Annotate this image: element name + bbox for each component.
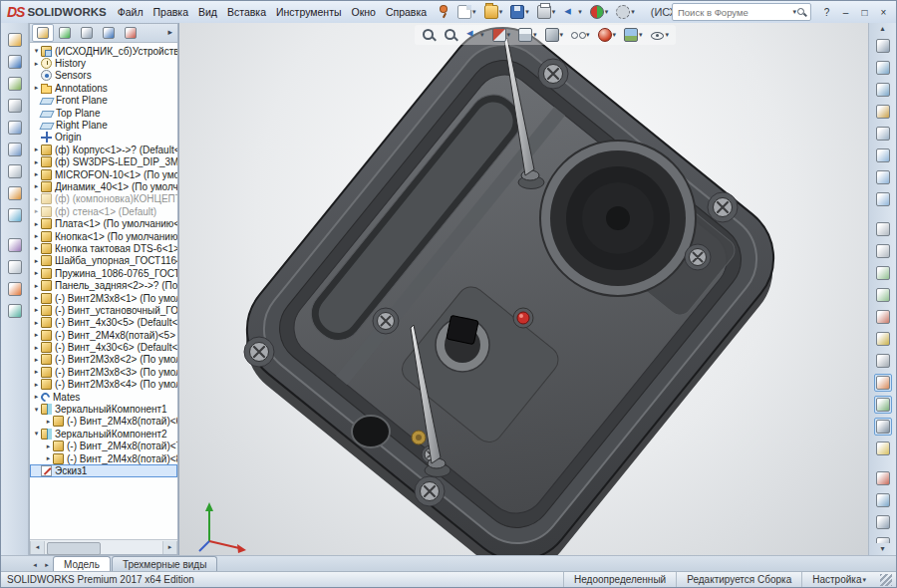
tree-item[interactable]: ▸(-) Винт_4х30<6> (Default<<Default>_Сос… — [30, 341, 177, 353]
expand-arrow-icon[interactable]: ▸ — [32, 368, 41, 376]
tree-item[interactable]: Right Plane — [30, 119, 177, 131]
speaker[interactable] — [540, 141, 696, 296]
expand-arrow-icon[interactable]: ▸ — [44, 418, 53, 426]
interference-detection-icon[interactable] — [6, 302, 24, 320]
minimize-button[interactable]: – — [836, 4, 855, 21]
doc-tab-model[interactable]: Модель — [53, 556, 111, 571]
menu-item-6[interactable]: Справка — [381, 4, 432, 20]
undo-icon[interactable]: ▾ — [561, 3, 584, 21]
bill-of-materials-icon[interactable] — [6, 258, 24, 276]
expand-arrow-icon[interactable]: ▸ — [32, 146, 41, 153]
insert-components-icon[interactable] — [6, 31, 24, 49]
expand-arrow-icon[interactable]: ▸ — [32, 257, 41, 265]
toolbar-scroll-down-icon[interactable]: ▾ — [869, 543, 896, 555]
expand-arrow-icon[interactable]: ▸ — [44, 442, 53, 450]
move-component-icon[interactable] — [6, 119, 24, 137]
pan-view-icon[interactable] — [874, 125, 892, 143]
scene-tool-icon[interactable] — [874, 396, 892, 414]
mate-icon[interactable] — [6, 53, 24, 71]
scrollbar-track[interactable] — [45, 541, 162, 554]
appearance-tool-icon[interactable] — [874, 374, 892, 392]
hide-show-items-icon[interactable]: ▾ — [569, 26, 592, 44]
plane-tool-icon[interactable] — [874, 491, 892, 509]
new-motion-study-icon[interactable] — [6, 236, 24, 254]
screw[interactable] — [415, 476, 445, 506]
maximize-button[interactable]: □ — [855, 4, 874, 21]
tree-item[interactable]: ▾ЗеркальныйКомпонент1 — [30, 403, 177, 415]
expand-arrow-icon[interactable]: ▸ — [32, 269, 41, 277]
apply-scene-icon[interactable]: ▾ — [622, 26, 645, 44]
tree-item[interactable]: ▸Плата<1> (По умолчанию<<По умолчан — [30, 217, 177, 229]
screw[interactable] — [244, 337, 274, 367]
print-icon[interactable]: ▾ — [535, 3, 558, 21]
tree-item[interactable]: ▸Динамик_40<1> (По умолчанию<<По ум — [30, 180, 177, 192]
search-icon[interactable] — [796, 7, 807, 18]
section-view-tool-icon[interactable] — [874, 308, 892, 326]
tab-scroll-left-icon[interactable]: ◂ — [29, 561, 41, 571]
tree-horizontal-scrollbar[interactable]: ◂ ▸ — [30, 539, 177, 554]
tree-item[interactable]: ▸(-) Винт2М3х8<3> (По умолчанию<<По — [30, 366, 177, 378]
smart-fasteners-icon[interactable] — [6, 97, 24, 115]
expand-arrow-icon[interactable]: ▸ — [32, 294, 41, 302]
tree-item[interactable]: ▸(-) Винт_4х30<5> (Default<<Default>_Сос… — [30, 317, 177, 329]
screw[interactable] — [685, 244, 711, 270]
assembly-features-icon[interactable] — [6, 184, 24, 202]
tree-item[interactable]: ▸(-) Винт2М3х8<4> (По умолчанию<<По — [30, 379, 177, 391]
hidden-lines-visible-icon[interactable] — [874, 242, 892, 260]
display-style-icon[interactable]: ▾ — [543, 26, 566, 44]
expand-arrow-icon[interactable]: ▸ — [32, 158, 41, 166]
edit-appearance-icon[interactable]: ▾ — [596, 26, 619, 44]
expand-arrow-icon[interactable]: ▸ — [32, 232, 41, 240]
scroll-right-button[interactable]: ▸ — [162, 541, 177, 554]
screw[interactable] — [708, 192, 738, 222]
panel-tab-featuremanager-design-tree[interactable] — [32, 24, 54, 42]
tree-item[interactable]: ▸Шайба_упорная_ГОСТ11648-75<1> (По у — [30, 255, 177, 267]
tree-item[interactable]: ▸(-) Винт2М3х8<2> (По умолчанию<<По — [30, 354, 177, 366]
exploded-view-icon[interactable] — [6, 280, 24, 298]
menu-item-0[interactable]: Файл — [113, 4, 149, 20]
panel-tab-configurationmanager[interactable] — [76, 24, 98, 42]
mass-properties-icon[interactable] — [874, 352, 892, 370]
shaded-with-edges-icon[interactable] — [874, 264, 892, 282]
expand-arrow-icon[interactable]: ▾ — [32, 430, 41, 438]
tab-scroll-right-icon[interactable]: ▸ — [41, 561, 53, 571]
open-icon[interactable]: ▾ — [482, 3, 505, 21]
tree-item[interactable]: ▸(ф) (компоновка)КОНЦЕПТ_3<2> (Default — [30, 193, 177, 205]
rebuild-icon[interactable]: ▾ — [588, 3, 611, 21]
tree-item[interactable]: ▸(ф) SW3DPS-LED_DIP_3MM-DEFAULT<1> ( — [30, 156, 177, 168]
tree-item[interactable]: ▸Панель_задняя<2>->? (По умолчанию< — [30, 279, 177, 291]
expand-arrow-icon[interactable]: ▸ — [32, 244, 41, 252]
tree-item[interactable]: ▸Mates — [30, 391, 177, 403]
expand-arrow-icon[interactable]: ▸ — [32, 306, 41, 314]
graphics-viewport[interactable]: ▾▾▾▾▾▾▾▾ — [178, 23, 868, 555]
screw[interactable] — [373, 308, 399, 334]
panel-tab-dimxpertmanager[interactable] — [98, 24, 120, 42]
tree-item[interactable]: ▸(ф) Корпус<1>->? (Default<<Default>_Ph — [30, 144, 177, 155]
panel-collapse-arrow-icon[interactable]: ▸ — [164, 27, 175, 37]
expand-arrow-icon[interactable]: ▾ — [32, 406, 41, 414]
view-settings-icon[interactable]: ▾ — [649, 26, 672, 44]
tree-item[interactable]: Эскиз1 — [30, 464, 177, 476]
expand-arrow-icon[interactable]: ▸ — [32, 344, 41, 352]
zoom-to-fit-tool-icon[interactable] — [874, 59, 892, 77]
tree-item[interactable]: ▸(-) Винт_2М4х8(потай)<8> (Default< — [30, 452, 177, 464]
tree-item[interactable]: ▸(ф) стена<1> (Default) — [30, 205, 177, 217]
tree-item[interactable]: ▸History — [30, 57, 177, 69]
menu-item-5[interactable]: Окно — [347, 4, 381, 20]
tree-item[interactable]: Top Plane — [30, 107, 177, 119]
tree-item[interactable]: ▸Annotations — [30, 82, 177, 94]
select-tool-icon[interactable] — [874, 37, 892, 55]
help-button[interactable]: ? — [817, 4, 836, 21]
panel-tab-propertymanager[interactable] — [54, 24, 76, 42]
tree-item[interactable]: ▸(-) Винт_2М4х8(потай)<7> (Default< — [30, 441, 177, 452]
new-document-icon[interactable]: ▾ — [455, 3, 478, 21]
zoom-to-fit-icon[interactable] — [420, 26, 438, 44]
device-model[interactable] — [179, 23, 868, 555]
options-icon[interactable]: ▾ — [614, 3, 637, 21]
tree-item[interactable]: Front Plane — [30, 95, 177, 107]
tree-item[interactable]: ▸(-) Винт2М3х8<1> (По умолчанию<<По — [30, 292, 177, 304]
toolbar-scroll-up-icon[interactable]: ▴ — [869, 23, 896, 35]
scroll-left-button[interactable]: ◂ — [30, 541, 45, 554]
section-view-icon[interactable]: ▾ — [490, 26, 513, 44]
view-orientation-icon[interactable]: ▾ — [516, 26, 539, 44]
